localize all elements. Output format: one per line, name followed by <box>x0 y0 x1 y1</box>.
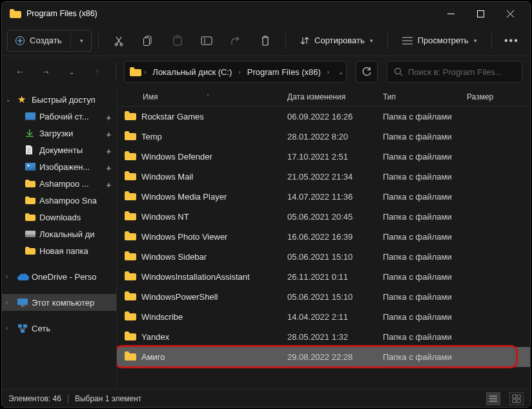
sidebar-item-ashampoo-snap[interactable]: Ashampoo Sna <box>2 192 116 209</box>
table-row[interactable]: Windows Defender17.10.2021 2:51Папка с ф… <box>117 147 530 167</box>
column-name[interactable]: Имя˄ <box>125 92 287 101</box>
folder-icon <box>125 231 136 242</box>
pin-icon <box>106 130 112 136</box>
sidebar-this-pc[interactable]: ›Этот компьютер <box>2 294 116 311</box>
copy-button[interactable] <box>135 30 161 52</box>
chevron-down-icon: ▾ <box>80 37 83 44</box>
svg-rect-1 <box>477 10 484 17</box>
refresh-button[interactable] <box>356 61 378 83</box>
table-row[interactable]: Windscribe14.04.2022 2:11Папка с файлами <box>117 307 530 327</box>
crumb-program-files[interactable]: Program Files (x86) <box>243 67 325 77</box>
up-button[interactable]: ↑ <box>87 61 108 82</box>
svg-rect-17 <box>25 112 36 119</box>
svg-rect-29 <box>517 395 520 398</box>
folder-icon <box>125 331 136 342</box>
maximize-button[interactable] <box>466 2 495 25</box>
minimize-button[interactable] <box>436 2 466 25</box>
sort-icon <box>300 36 309 45</box>
svg-rect-12 <box>176 36 179 37</box>
monitor-icon <box>17 297 28 308</box>
back-button[interactable]: ← <box>10 61 30 82</box>
folder-icon <box>125 351 136 362</box>
folder-icon <box>125 211 136 222</box>
rename-button[interactable] <box>194 30 220 52</box>
file-date: 28.05.2021 1:32 <box>287 332 383 342</box>
table-row[interactable]: WindowsInstallationAssistant26.11.2021 0… <box>117 267 530 287</box>
table-row[interactable]: Windows NT05.06.2021 20:45Папка с файлам… <box>117 207 530 227</box>
file-date: 06.09.2022 16:26 <box>287 112 383 121</box>
breadcrumb[interactable]: › Локальный диск (C:) › Program Files (x… <box>124 61 347 83</box>
folder-icon <box>125 131 136 142</box>
table-row[interactable]: Temp28.01.2022 8:20Папка с файлами <box>117 127 530 147</box>
delete-button[interactable] <box>252 30 279 52</box>
share-button[interactable] <box>223 30 249 52</box>
table-row[interactable]: Yandex28.05.2021 1:32Папка с файлами <box>117 327 530 347</box>
file-name: Windows Media Player <box>141 192 227 202</box>
table-row[interactable]: Амиго29.08.2022 22:28Папка с файлами <box>117 347 530 367</box>
file-type: Папка с файлами <box>383 132 467 142</box>
view-label: Просмотреть <box>418 36 469 45</box>
sidebar-item-desktop[interactable]: Рабочий ст... <box>2 108 116 125</box>
sort-button[interactable]: Сортировать ▾ <box>292 30 381 52</box>
chevron-down-icon[interactable]: ⌄ <box>332 68 347 76</box>
folder-icon <box>125 171 136 182</box>
folder-icon <box>125 191 136 202</box>
picture-icon <box>25 162 36 172</box>
forward-button[interactable]: → <box>36 61 56 82</box>
column-size[interactable]: Размер <box>467 92 530 101</box>
more-button[interactable]: ••• <box>498 30 525 52</box>
column-type[interactable]: Тип <box>383 92 467 101</box>
paste-button[interactable] <box>164 30 190 52</box>
file-date: 05.06.2021 15:10 <box>287 252 383 262</box>
file-date: 26.11.2021 0:11 <box>287 272 383 282</box>
sidebar-network[interactable]: ›Сеть <box>2 320 116 337</box>
file-name: Windscribe <box>141 312 183 322</box>
table-row[interactable]: Rockstar Games06.09.2022 16:26Папка с фа… <box>117 107 530 127</box>
column-headers: Имя˄ Дата изменения Тип Размер <box>117 87 530 107</box>
sidebar-quick-access[interactable]: ⌄★Быстрый доступ <box>2 91 116 108</box>
search-placeholder: Поиск в: Program Files... <box>408 67 502 77</box>
view-button[interactable]: Просмотреть ▾ <box>394 30 485 52</box>
folder-icon <box>125 151 136 162</box>
sidebar-onedrive[interactable]: ›OneDrive - Perso <box>2 268 116 285</box>
svg-line-16 <box>400 74 402 76</box>
svg-rect-10 <box>144 37 150 45</box>
table-row[interactable]: Windows Mail21.05.2022 21:34Папка с файл… <box>117 167 530 187</box>
sidebar-item-ashampoo[interactable]: Ashampoo ... <box>2 175 116 192</box>
thumbnails-view-button[interactable] <box>509 392 524 405</box>
drive-icon <box>25 229 36 239</box>
sidebar-item-pictures[interactable]: Изображен... <box>2 158 116 175</box>
close-button[interactable] <box>495 2 525 25</box>
chevron-down-icon[interactable]: ⌄ <box>61 61 82 82</box>
file-list: Имя˄ Дата изменения Тип Размер Rockstar … <box>117 87 530 389</box>
crumb-local-disk[interactable]: Локальный диск (C:) <box>148 67 236 77</box>
table-row[interactable]: Windows Sidebar05.06.2021 15:10Папка с ф… <box>117 247 530 267</box>
svg-rect-30 <box>513 399 516 403</box>
search-input[interactable]: Поиск в: Program Files... <box>387 61 522 83</box>
details-view-button[interactable] <box>486 392 500 405</box>
chevron-right-icon: › <box>236 68 243 76</box>
table-row[interactable]: Windows Media Player14.07.2022 11:36Папк… <box>117 187 530 207</box>
sidebar-item-documents[interactable]: Документы <box>2 142 116 158</box>
pin-icon <box>106 113 112 120</box>
svg-point-15 <box>395 68 401 74</box>
cut-button[interactable] <box>105 30 132 52</box>
sort-label: Сортировать <box>314 36 365 45</box>
titlebar: Program Files (x86) <box>2 2 530 25</box>
column-date[interactable]: Дата изменения <box>287 92 383 101</box>
sidebar-item-local-disk[interactable]: Локальный ди <box>2 225 116 242</box>
file-name: WindowsInstallationAssistant <box>141 272 250 282</box>
sidebar-item-downloads[interactable]: Загрузки <box>2 125 116 142</box>
network-icon <box>17 323 28 333</box>
svg-point-20 <box>28 165 30 167</box>
table-row[interactable]: Windows Photo Viewer16.06.2022 16:39Папк… <box>117 227 530 247</box>
svg-rect-24 <box>21 305 25 307</box>
sort-indicator-icon: ˄ <box>207 94 209 100</box>
file-type: Папка с файлами <box>383 332 467 342</box>
sidebar-item-new-folder[interactable]: Новая папка <box>2 242 116 259</box>
sidebar-item-downloads-en[interactable]: Downloads <box>2 209 116 225</box>
new-button[interactable]: Создать ▾ <box>7 30 92 52</box>
table-row[interactable]: WindowsPowerShell05.06.2021 15:10Папка с… <box>117 287 530 307</box>
folder-icon <box>25 212 36 222</box>
file-name: Амиго <box>141 352 165 362</box>
